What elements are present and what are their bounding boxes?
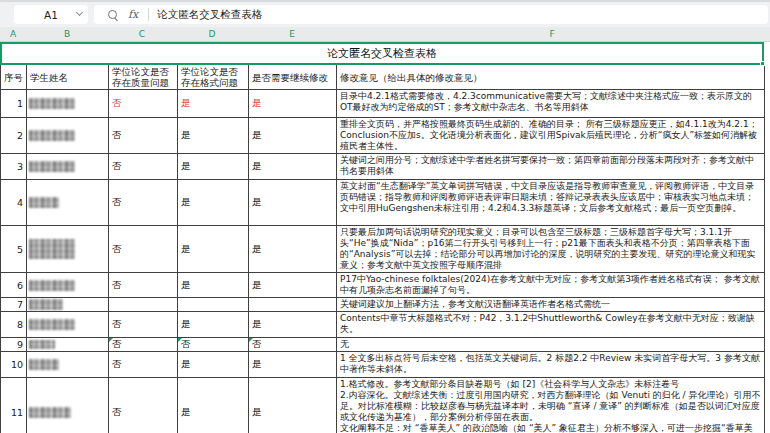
cell-needs-revision[interactable]: 是	[249, 352, 337, 378]
table-row: 3 否 是 是 关键词之间用分号；文献综述中学者姓名拼写要保持一致；第四章前面部…	[1, 154, 765, 180]
redacted-name-blur	[29, 130, 75, 141]
cell-quality-issue[interactable]: 否	[109, 180, 178, 226]
header-quality-issue[interactable]: 学位论文是否存在质量问题	[109, 65, 178, 90]
table-header-row: 序号 学生姓名 学位论文是否存在质量问题 学位论文是否存在格式问题 是否需要继续…	[1, 65, 765, 90]
cell-student-name[interactable]	[27, 312, 109, 338]
header-comments[interactable]: 修改意见（给出具体的修改意见）	[337, 65, 765, 90]
cell-comment[interactable]: 1 全文多出标点符号后未空格，包括英文关键词后。2 标题2.2 中Review …	[337, 352, 765, 378]
cell-quality-issue[interactable]: 否	[109, 352, 178, 378]
review-table: 序号 学生姓名 学位论文是否存在质量问题 学位论文是否存在格式问题 是否需要继续…	[0, 64, 765, 433]
cell-student-name[interactable]	[27, 180, 109, 226]
header-needs-revision[interactable]: 是否需要继续修改	[249, 65, 337, 90]
cell-quality-issue[interactable]: 否	[109, 226, 178, 273]
cell-seq[interactable]: 5	[1, 226, 27, 273]
header-format-issue[interactable]: 学位论文是否存在格式问题	[178, 65, 249, 90]
header-student-name[interactable]: 学生姓名	[27, 65, 109, 90]
cell-quality-issue[interactable]: 否	[109, 312, 178, 338]
cell-quality-issue[interactable]: 否	[109, 273, 178, 298]
cell-quality-issue[interactable]	[109, 298, 178, 312]
cell-student-name[interactable]	[27, 298, 109, 312]
cell-format-issue[interactable]: 是	[178, 90, 249, 118]
cell-seq[interactable]: 11	[1, 378, 27, 433]
cell-quality-issue[interactable]: 否	[109, 378, 178, 433]
cell-format-issue[interactable]: 是	[178, 273, 249, 298]
cell-quality-issue[interactable]: 否	[109, 118, 178, 154]
table-row: 10 否 是 是 1 全文多出标点符号后未空格，包括英文关键词后。2 标题2.2…	[1, 352, 765, 378]
redacted-name-blur	[29, 161, 75, 172]
cell-student-name[interactable]	[27, 338, 109, 352]
cell-student-name[interactable]	[27, 378, 109, 433]
header-seq[interactable]: 序号	[1, 65, 27, 90]
redacted-name-blur	[29, 340, 55, 349]
cell-format-issue[interactable]: 是	[178, 378, 249, 433]
column-header-d[interactable]: D	[209, 27, 216, 42]
cell-format-issue[interactable]: 是	[178, 226, 249, 273]
cell-needs-revision[interactable]: 是	[249, 226, 337, 273]
redacted-name-blur	[29, 197, 59, 208]
cell-format-issue-flagged[interactable]: 否	[178, 338, 249, 352]
cell-needs-revision[interactable]: 是	[249, 180, 337, 226]
cell-needs-revision-flagged[interactable]: 否	[249, 338, 337, 352]
cell-format-issue[interactable]: 是	[178, 352, 249, 378]
cell-format-issue[interactable]: 是	[178, 312, 249, 338]
column-header-e[interactable]: E	[289, 27, 295, 42]
cell-comment[interactable]: 关键词之间用分号；文献综述中学者姓名拼写要保持一致；第四章前面部分段落未两段对齐…	[337, 154, 765, 180]
cell-comment[interactable]: P17中Yao-chinese folktales(2024)在参考文献中无对应…	[337, 273, 765, 298]
selected-title-cell[interactable]: 论文匿名交叉检查表格	[0, 42, 764, 65]
cell-seq[interactable]: 6	[1, 273, 27, 298]
spreadsheet-window: A1 fx 论文匿名交叉检查表格 A B C D E F 序号 学生姓名 学位	[0, 0, 770, 433]
cell-needs-revision[interactable]: 是	[249, 378, 337, 433]
cell-format-issue[interactable]: 是	[178, 180, 249, 226]
redacted-name-blur	[29, 319, 75, 330]
cell-comment[interactable]: 只要最后加两句话说明研究的现实意义；目录可以包含至三级标题；三级标题首字母大写；…	[337, 226, 765, 273]
formula-input[interactable]: fx 论文匿名交叉检查表格	[94, 5, 768, 24]
cell-reference: A1	[44, 9, 58, 21]
cell-seq[interactable]: 8	[1, 312, 27, 338]
redacted-name-blur	[29, 299, 63, 310]
cell-seq[interactable]: 9	[1, 338, 27, 352]
cell-student-name[interactable]	[27, 90, 109, 118]
cell-student-name[interactable]	[27, 352, 109, 378]
cell-comment[interactable]: Contents中章节大标题格式不对；P42，3.1.2中Shuttlewort…	[337, 312, 765, 338]
cell-comment[interactable]: 关键词建议加上翻译方法，参考文献汉语翻译英语作者名格式需统一	[337, 298, 765, 312]
magnifier-icon[interactable]	[108, 10, 117, 19]
cell-format-issue[interactable]: 是	[178, 118, 249, 154]
cell-comment[interactable]: 重排全文页码，并严格按照最终页码生成新的、准确的目录； 所有三级标题应更正，如4…	[337, 118, 765, 154]
cell-seq[interactable]: 4	[1, 180, 27, 226]
cell-seq[interactable]: 1	[1, 90, 27, 118]
column-header-a[interactable]: A	[10, 27, 16, 42]
cell-quality-issue-flagged[interactable]: 否	[109, 338, 178, 352]
redacted-name-blur	[29, 359, 59, 370]
cell-seq[interactable]: 7	[1, 298, 27, 312]
cell-quality-issue[interactable]: 否	[109, 90, 178, 118]
column-header-b[interactable]: B	[64, 27, 70, 42]
name-box[interactable]: A1	[14, 5, 88, 24]
divider	[148, 8, 149, 21]
cell-seq[interactable]: 2	[1, 118, 27, 154]
cell-student-name[interactable]	[27, 154, 109, 180]
cell-comment[interactable]: 英文封面“生态翻译学”英文单词拼写错误，中文目录应该是指导教师审查意见，评阅教师…	[337, 180, 765, 226]
cell-seq[interactable]: 10	[1, 352, 27, 378]
chevron-down-icon[interactable]	[76, 9, 83, 16]
column-header-c[interactable]: C	[139, 27, 145, 42]
cell-student-name[interactable]	[27, 273, 109, 298]
cell-student-name[interactable]	[27, 118, 109, 154]
cell-needs-revision[interactable]: 是	[249, 154, 337, 180]
cell-seq[interactable]: 3	[1, 154, 27, 180]
cell-needs-revision[interactable]: 是	[249, 118, 337, 154]
fill-handle[interactable]	[760, 61, 765, 66]
cell-format-issue[interactable]: 是	[178, 154, 249, 180]
cell-comment[interactable]: 无	[337, 338, 765, 352]
cell-comment[interactable]: 目录中4.2.1格式需要修改，4.2.3communicative需要大写；文献…	[337, 90, 765, 118]
cell-comment[interactable]: 1.格式修改。参考文献部分条目缺卷期号（如 [2]《社会科学与人文杂志》未标注卷…	[337, 378, 765, 433]
cell-needs-revision[interactable]	[249, 298, 337, 312]
cell-needs-revision[interactable]: 是	[249, 312, 337, 338]
column-header-f[interactable]: F	[549, 27, 554, 42]
cell-student-name[interactable]	[27, 226, 109, 273]
cell-quality-issue[interactable]: 否	[109, 154, 178, 180]
column-heading-strip: A B C D E F	[0, 27, 770, 42]
cell-format-issue[interactable]	[178, 298, 249, 312]
cell-needs-revision[interactable]: 是	[249, 273, 337, 298]
fx-icon[interactable]: fx	[128, 8, 138, 21]
cell-needs-revision[interactable]: 是	[249, 90, 337, 118]
